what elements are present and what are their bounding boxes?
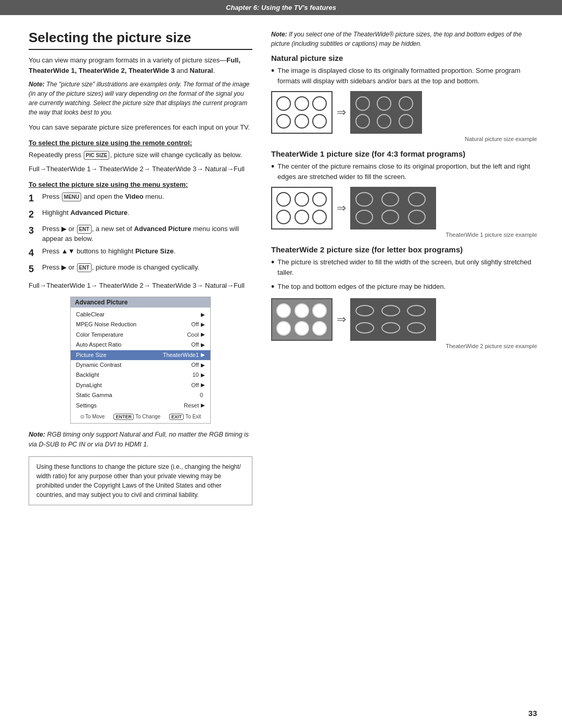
menu-nav-bar: ⊙ To Move ENTER To Change EXIT To Exit <box>71 414 210 420</box>
arrow-tw1: ⇒ <box>337 201 346 215</box>
menu-heading: To select the picture size using the men… <box>29 181 252 188</box>
tw2-oval3 <box>407 305 426 316</box>
circle6 <box>312 114 327 129</box>
tw2-oval1 <box>355 305 374 316</box>
tw1-circle8 <box>381 192 399 207</box>
tw2-bullet-1: • The picture is stretched wider to fill… <box>271 257 537 277</box>
tw2-bullet-2: • The top and bottom edges of the pictur… <box>271 282 537 293</box>
tw2-oval5 <box>381 322 400 334</box>
step-5: 5 Press ▶ or ENT, picture mode is change… <box>29 262 252 276</box>
steps-list: 1 Press MENU and open the Video menu. 2 … <box>29 191 252 276</box>
intro-natural: Natural <box>190 67 213 74</box>
exit-label: EXIT <box>169 414 184 420</box>
move-icon: ⊙ <box>80 414 84 419</box>
enter-icon-step5: ENT <box>77 263 92 272</box>
menu-row-picturesize: Picture Size TheaterWide1 ▶ <box>71 350 210 360</box>
tw1-circle6 <box>312 210 327 224</box>
menu-row-autoaspect: Auto Aspect Ratio Off ▶ <box>71 340 210 350</box>
enter-label: ENTER <box>113 414 134 420</box>
tw1-circle7 <box>355 192 373 207</box>
page-container: Chapter 6: Using the TV's features Selec… <box>0 0 562 728</box>
natural-before-box <box>271 91 333 134</box>
intro-paragraph: You can view many program formats in a v… <box>29 55 252 75</box>
intro-text-1: You can view many program formats in a v… <box>29 56 226 64</box>
menu-screenshot: Advanced Picture CableClear ▶ MPEG Noise… <box>70 297 211 424</box>
tw1-bullet: • The center of the picture remains clos… <box>271 161 537 182</box>
circle5 <box>295 114 309 129</box>
natural-bullet: • The image is displayed close to its or… <box>271 66 537 86</box>
tw2-circle4 <box>276 321 291 336</box>
tw2-oval6 <box>407 322 426 334</box>
tw1-before-box <box>271 187 333 229</box>
page-number: 33 <box>528 709 537 718</box>
tw1-circle12 <box>408 210 426 224</box>
tw2-after-box <box>350 298 436 341</box>
step-4: 4 Press ▲▼ buttons to highlight Picture … <box>29 246 252 260</box>
step-1: 1 Press MENU and open the Video menu. <box>29 191 252 206</box>
chapter-title: Chapter 6: Using the TV's features <box>226 4 336 11</box>
tw1-circle2 <box>295 192 309 207</box>
circle12 <box>399 114 413 129</box>
natural-caption: Natural picture size example <box>271 136 537 142</box>
menu-row-dynalight: DynaLight Off ▶ <box>71 380 210 390</box>
menu-row-backlight: Backlight 10 ▶ <box>71 370 210 380</box>
menu-row-colortemp: Color Temperature Cool ▶ <box>71 330 210 340</box>
circle2 <box>295 96 309 111</box>
circle7 <box>355 96 370 111</box>
natural-after-box <box>350 91 422 134</box>
tw1-circle9 <box>408 192 426 207</box>
natural-section-title: Natural picture size <box>271 54 537 62</box>
circle1 <box>276 96 291 111</box>
left-column: Selecting the picture size You can view … <box>29 30 252 505</box>
menu-row-settings: Settings Reset ▶ <box>71 401 210 411</box>
flow-line-2: Full→TheaterWide 1→ TheaterWide 2→ Theat… <box>29 280 252 291</box>
tw1-circle4 <box>276 210 291 224</box>
save-para: You can save separate picture size prefe… <box>29 122 252 133</box>
flow-line-1: Full→TheaterWide 1→ TheaterWide 2→ Theat… <box>29 164 252 174</box>
tw1-circle5 <box>295 210 309 224</box>
right-top-note: Note: If you select one of the TheaterWi… <box>271 30 537 48</box>
step-2: 2 Highlight Advanced Picture. <box>29 208 252 222</box>
tw2-picture-example: ⇒ <box>271 298 537 341</box>
circle10 <box>355 114 370 129</box>
menu-row-staticgamma: Static Gamma 0 <box>71 390 210 400</box>
circle3 <box>312 96 327 111</box>
tw1-caption: TheaterWide 1 picture size example <box>271 232 537 238</box>
menu-title: Advanced Picture <box>71 297 210 308</box>
arrow-tw2: ⇒ <box>337 313 346 326</box>
tw1-circle1 <box>276 192 291 207</box>
page-title: Selecting the picture size <box>29 30 252 50</box>
step-3: 3 Press ▶ or ENT, a new set of Advanced … <box>29 224 252 244</box>
tw1-after-box <box>350 187 436 229</box>
bottom-note: Note: RGB timing only support Natural an… <box>29 430 252 450</box>
tw2-oval2 <box>381 305 400 316</box>
tw2-circle5 <box>295 321 309 336</box>
circle9 <box>399 96 413 111</box>
tw2-circle6 <box>312 321 327 336</box>
remote-para: Repeatedly press PIC SIZE, picture size … <box>29 150 252 160</box>
tw1-circle10 <box>355 210 373 224</box>
tw1-circle3 <box>312 192 327 207</box>
tw2-circle1 <box>276 303 291 318</box>
tw2-circle2 <box>295 303 309 318</box>
tw1-picture-example: ⇒ <box>271 187 537 229</box>
copyright-box: Using these functions to change the pict… <box>29 456 252 505</box>
menu-icon: MENU <box>62 193 81 201</box>
tw2-oval4 <box>355 322 374 334</box>
remote-heading: To select the picture size using the rem… <box>29 139 252 147</box>
content-area: Selecting the picture size You can view … <box>0 15 562 521</box>
menu-row-cableclear: CableClear ▶ <box>71 310 210 320</box>
tw2-circle3 <box>312 303 327 318</box>
pic-size-icon: PIC SIZE <box>84 151 110 160</box>
tw2-caption: TheaterWide 2 picture size example <box>271 343 537 349</box>
note-paragraph: Note: The "picture size" illustrations a… <box>29 80 252 117</box>
arrow-natural: ⇒ <box>337 106 346 119</box>
tw2-section-title: TheaterWide 2 picture size (for letter b… <box>271 245 537 254</box>
chapter-header: Chapter 6: Using the TV's features <box>0 0 562 15</box>
menu-row-mpeg: MPEG Noise Reduction Off ▶ <box>71 320 210 329</box>
circle4 <box>276 114 291 129</box>
tw1-section-title: TheaterWide 1 picture size (for 4:3 form… <box>271 149 537 158</box>
menu-row-dynamiccontrast: Dynamic Contrast Off ▶ <box>71 360 210 370</box>
tw2-before-box <box>271 298 333 341</box>
natural-picture-example: ⇒ <box>271 91 537 134</box>
